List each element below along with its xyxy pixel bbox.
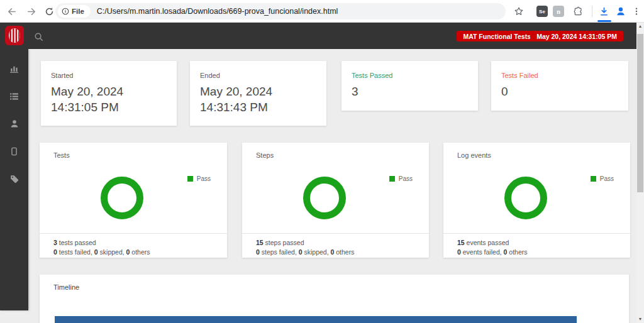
forward-icon[interactable] [24, 4, 39, 19]
bookmark-star-icon[interactable] [511, 4, 526, 19]
pass-legend-label: Pass [600, 175, 614, 182]
device-icon [9, 146, 19, 156]
generalitat-logo[interactable] [5, 26, 24, 45]
extension-se-label: Se [539, 9, 545, 14]
sidebar-item-tags[interactable] [6, 172, 23, 187]
steps-chart-title: Steps [256, 151, 274, 159]
steps-summary-footer: 15 steps passed 0 steps failed, 0 skippe… [242, 233, 429, 258]
file-scheme-chip[interactable]: File [58, 5, 91, 18]
tests-passed-value: 3 [352, 84, 468, 99]
extensions-puzzle-icon[interactable] [570, 4, 586, 19]
log-events-summary-footer: 15 events passed 0 events failed, 0 othe… [443, 233, 630, 258]
log-events-chart-card: Log events Pass 15 events passed 0 event… [443, 143, 630, 258]
pass-legend-label: Pass [399, 175, 413, 182]
timeline-card: Timeline [40, 275, 629, 323]
extension-n-icon[interactable]: n [553, 6, 564, 17]
scroll-down-arrow[interactable]: ▼ [636, 315, 644, 323]
browser-menu-icon[interactable] [629, 4, 644, 19]
ended-label: Ended [200, 72, 316, 79]
steps-donut-chart[interactable] [303, 177, 346, 219]
steps-chart-card: Steps Pass 15 steps passed 0 steps faile… [242, 143, 429, 258]
started-value: May 20, 2024 14:31:05 PM [51, 84, 167, 115]
tests-failed-card: Tests Failed 0 [491, 61, 628, 111]
tests-donut-chart[interactable] [101, 177, 143, 219]
tests-failed-value: 0 [501, 84, 618, 99]
steps-other-line: 0 steps failed, 0 skipped, 0 others [256, 248, 415, 257]
tag-icon [9, 174, 19, 184]
report-datetime-badge: May 20, 2024 14:31:05 PM [530, 31, 623, 41]
tests-passed-line: 3 tests passed [53, 238, 213, 248]
pass-legend-swatch [389, 176, 395, 182]
scheme-chip-label: File [72, 8, 84, 15]
sidebar-nav [0, 49, 28, 310]
search-icon[interactable] [31, 30, 45, 43]
scrollbar-thumb[interactable] [637, 34, 643, 192]
steps-legend[interactable]: Pass [389, 175, 413, 182]
report-name-badge: MAT Functional Tests [457, 31, 537, 41]
pass-legend-label: Pass [197, 175, 211, 182]
ended-card: Ended May 20, 2024 14:31:43 PM [190, 61, 326, 126]
sidebar-item-dashboard[interactable] [6, 61, 23, 76]
reload-icon[interactable] [42, 4, 57, 19]
started-label: Started [51, 72, 167, 79]
sidebar-item-devices[interactable] [6, 144, 23, 159]
url-text: C:/Users/m.martin.losada/Downloads/669-p… [97, 7, 338, 16]
extension-se-icon[interactable]: Se [536, 6, 548, 17]
tests-passed-label: Tests Passed [352, 72, 468, 79]
address-bar[interactable]: File C:/Users/m.martin.losada/Downloads/… [55, 3, 506, 19]
bar-chart-icon [9, 63, 19, 74]
timeline-duration-bar[interactable] [55, 316, 577, 323]
tests-passed-card: Tests Passed 3 [341, 61, 478, 111]
ended-value: May 20, 2024 14:31:43 PM [200, 84, 316, 115]
downloads-icon[interactable] [596, 4, 611, 19]
steps-passed-line: 15 steps passed [256, 238, 415, 248]
sidebar-item-tests[interactable] [6, 89, 23, 104]
back-icon[interactable] [4, 4, 19, 19]
tests-failed-label: Tests Failed [501, 72, 618, 79]
person-icon [9, 119, 19, 129]
tests-other-line: 0 tests failed, 0 skipped, 0 others [53, 248, 213, 257]
info-icon [62, 8, 69, 15]
app-header: MAT Functional Tests May 20, 2024 14:31:… [0, 23, 636, 49]
extension-n-label: n [557, 8, 560, 15]
scroll-up-arrow[interactable]: ▲ [636, 23, 644, 30]
profile-avatar-icon[interactable] [613, 4, 628, 19]
sidebar-item-authors[interactable] [6, 116, 23, 131]
pass-legend-swatch [591, 176, 596, 182]
download-active-indicator [597, 20, 611, 22]
log-events-legend[interactable]: Pass [591, 175, 614, 182]
page-scrollbar[interactable]: ▲ ▼ [636, 23, 644, 323]
toolbar-separator [592, 6, 592, 17]
tests-summary-footer: 3 tests passed 0 tests failed, 0 skipped… [40, 233, 227, 258]
started-card: Started May 20, 2024 14:31:05 PM [41, 61, 177, 126]
events-other-line: 0 events failed, 0 others [457, 248, 616, 257]
list-icon [9, 91, 19, 102]
timeline-title: Timeline [53, 283, 79, 291]
log-events-chart-title: Log events [457, 151, 491, 159]
tests-chart-title: Tests [53, 151, 70, 159]
events-passed-line: 15 events passed [457, 238, 616, 248]
log-events-donut-chart[interactable] [504, 177, 547, 219]
tests-legend[interactable]: Pass [187, 175, 211, 182]
pass-legend-swatch [187, 176, 193, 182]
tests-chart-card: Tests Pass 3 tests passed 0 tests failed… [40, 143, 227, 258]
browser-toolbar: File C:/Users/m.martin.losada/Downloads/… [0, 0, 644, 23]
